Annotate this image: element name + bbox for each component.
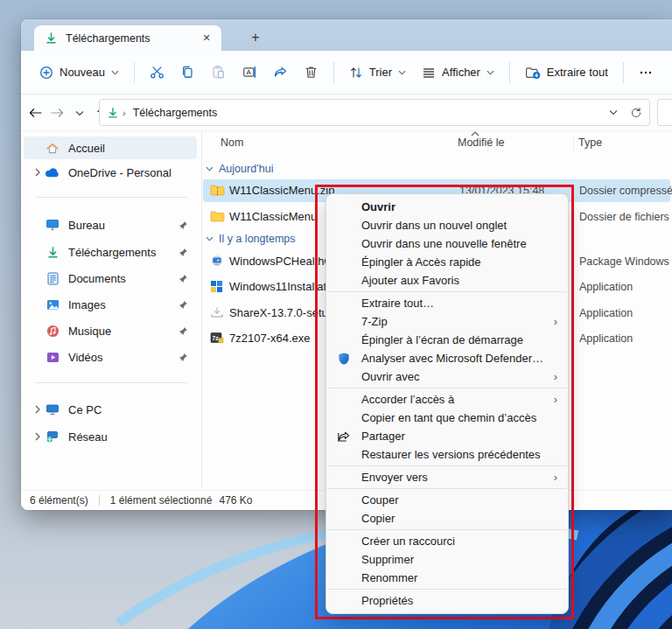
cut-button[interactable] (142, 58, 172, 87)
item-count: 6 élément(s) (30, 494, 88, 507)
chevron-down-icon (75, 110, 84, 116)
pin-icon (174, 248, 192, 257)
recent-locations-button[interactable] (68, 101, 90, 125)
refresh-icon[interactable] (630, 107, 642, 119)
pin-icon (174, 274, 192, 283)
sort-ascending-icon (471, 131, 480, 136)
menu-item-epingler-acces-rapide[interactable]: Épingler à Accès rapide (326, 253, 568, 271)
status-divider (99, 495, 100, 506)
copy-icon (180, 65, 195, 80)
menu-item-couper[interactable]: Couper (326, 491, 568, 509)
pin-icon (174, 220, 192, 230)
menu-item-supprimer[interactable]: Supprimer (326, 550, 568, 569)
menu-item-ouvrir-nouvelle-fenetre[interactable]: Ouvrir dans une nouvelle fenêtre (326, 234, 568, 253)
delete-button[interactable] (296, 58, 326, 87)
new-tab-button[interactable]: + (245, 27, 266, 48)
toolbar-divider (509, 62, 510, 83)
toolbar-divider (623, 62, 624, 83)
menu-item-7zip[interactable]: 7-Zip› (326, 312, 568, 331)
pc-health-check-icon (210, 255, 225, 269)
sidebar-divider (35, 197, 187, 198)
rename-button[interactable]: A (234, 58, 264, 87)
sidebar-item-reseau[interactable]: Réseau (24, 425, 197, 448)
chevron-down-icon (111, 70, 119, 75)
view-button[interactable]: Afficher (414, 58, 502, 87)
toolbar-divider (333, 62, 334, 83)
submenu-arrow-icon: › (554, 472, 557, 483)
selection-size: 476 Ko (219, 494, 252, 507)
column-header-nom[interactable]: Nom (220, 136, 243, 149)
sidebar-divider (35, 382, 187, 383)
menu-divider (327, 589, 567, 590)
menu-item-ajouter-favoris[interactable]: Ajouter aux Favoris (326, 271, 568, 290)
extract-folder-icon (525, 66, 541, 80)
sort-arrows-icon (349, 66, 363, 80)
menu-item-partager[interactable]: Partager (326, 427, 568, 445)
folder-icon (210, 210, 225, 224)
menu-item-accorder-acces[interactable]: Accorder l’accès à› (326, 390, 568, 409)
paste-button[interactable] (203, 58, 234, 87)
context-menu: Ouvrir Ouvrir dans un nouvel onglet Ouvr… (326, 193, 569, 614)
menu-item-creer-raccourci[interactable]: Créer un raccourci (326, 532, 568, 550)
share-icon (337, 430, 351, 444)
menu-divider (327, 529, 567, 530)
music-icon (45, 324, 60, 338)
sidebar-item-videos[interactable]: Vidéos (24, 346, 197, 368)
svg-text:7z: 7z (213, 335, 220, 341)
chevron-right-icon[interactable] (31, 432, 45, 441)
group-header-aujourdhui[interactable]: Aujourd’hui (201, 160, 274, 178)
menu-item-ouvrir[interactable]: Ouvrir (326, 198, 568, 216)
menu-item-proprietes[interactable]: Propriétés (326, 591, 568, 610)
sidebar-item-accueil[interactable]: Accueil (24, 136, 197, 159)
submenu-arrow-icon: › (554, 316, 557, 327)
menu-item-copier[interactable]: Copier (326, 509, 568, 528)
menu-item-extraire-tout[interactable]: Extraire tout… (326, 294, 568, 312)
back-button[interactable] (24, 101, 46, 125)
new-button[interactable]: Nouveau (32, 58, 127, 87)
chevron-down-icon (486, 70, 494, 75)
menu-item-restaurer-versions[interactable]: Restaurer les versions précédentes (326, 445, 568, 464)
column-header-modifie-le[interactable]: Modifié le (458, 136, 505, 149)
menu-item-epingler-ecran-demarrage[interactable]: Épingler à l’écran de démarrage (326, 331, 568, 349)
share-button[interactable] (265, 58, 296, 87)
tab-telechargements[interactable]: Téléchargements ✕ (34, 25, 221, 51)
chevron-right-icon[interactable] (31, 168, 45, 177)
onedrive-cloud-icon (45, 165, 60, 179)
menu-item-renommer[interactable]: Renommer (326, 569, 568, 587)
address-box[interactable]: › Téléchargements (99, 99, 650, 126)
menu-item-envoyer-vers[interactable]: Envoyer vers› (326, 468, 568, 486)
sidebar-item-onedrive[interactable]: OneDrive - Personal (24, 161, 197, 184)
desktop-icon (45, 218, 60, 232)
seven-zip-icon: 7z (210, 332, 225, 346)
downloads-icon (45, 245, 60, 259)
sidebar-item-ce-pc[interactable]: Ce PC (24, 398, 197, 421)
sidebar-item-musique[interactable]: Musique (24, 319, 197, 342)
search-input[interactable] (657, 99, 672, 126)
more-options-button[interactable] (631, 58, 662, 87)
menu-item-copier-chemin[interactable]: Copier en tant que chemin d’accès (326, 409, 568, 427)
sort-button[interactable]: Trier (341, 58, 414, 87)
tab-close-icon[interactable]: ✕ (199, 31, 214, 46)
copy-button[interactable] (172, 58, 203, 87)
sidebar-item-images[interactable]: Images (24, 293, 197, 316)
address-dropdown-icon[interactable] (609, 109, 618, 115)
group-header-il-y-a-longtemps[interactable]: Il y a longtemps (201, 230, 296, 248)
column-headers: Nom Modifié le Type (201, 136, 672, 152)
pin-icon (174, 353, 192, 362)
address-bar: › Téléchargements (21, 94, 672, 131)
sidebar-item-bureau[interactable]: Bureau (24, 213, 197, 236)
menu-item-analyser-defender[interactable]: Analyser avec Microsoft Defender… (326, 349, 568, 367)
column-header-type[interactable]: Type (578, 136, 602, 149)
breadcrumb[interactable]: Téléchargements (133, 107, 218, 119)
sidebar-item-documents[interactable]: Documents (24, 267, 197, 290)
chevron-down-icon (206, 236, 218, 241)
menu-item-ouvrir-nouvel-onglet[interactable]: Ouvrir dans un nouvel onglet (326, 216, 568, 234)
sidebar-item-telechargements[interactable]: Téléchargements (24, 241, 197, 263)
forward-button[interactable] (46, 101, 68, 125)
download-icon (45, 31, 58, 45)
home-icon (45, 141, 60, 155)
chevron-right-icon[interactable] (31, 405, 45, 414)
menu-item-ouvrir-avec[interactable]: Ouvrir avec› (326, 367, 568, 386)
this-pc-icon (45, 402, 60, 416)
extract-all-button[interactable]: Extraire tout (517, 58, 616, 87)
